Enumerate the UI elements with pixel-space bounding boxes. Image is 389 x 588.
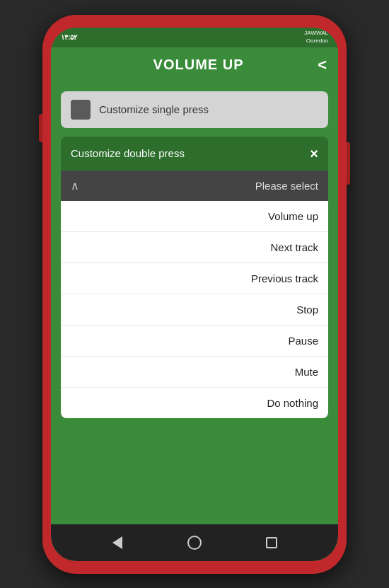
dropdown-list: Volume up Next track Previous track Stop… (61, 201, 328, 418)
list-item[interactable]: Previous track (61, 263, 328, 294)
home-circle-icon (187, 536, 202, 550)
nav-recent-button[interactable] (259, 530, 284, 555)
nav-bar (51, 524, 338, 561)
page-title: VOLUME UP (79, 57, 318, 73)
close-button[interactable]: × (310, 146, 318, 161)
list-item[interactable]: Do nothing (61, 388, 328, 418)
double-press-label: Customize double press (71, 147, 185, 159)
nav-home-button[interactable] (182, 530, 207, 555)
back-button[interactable]: < (318, 56, 327, 74)
single-press-row[interactable]: Customize single press (61, 91, 328, 128)
list-item[interactable]: Volume up (61, 201, 328, 232)
list-item[interactable]: Stop (61, 294, 328, 325)
status-icons: JAWWAL Ooredoo (304, 30, 328, 45)
list-item[interactable]: Pause (61, 325, 328, 357)
single-press-checkbox[interactable] (71, 100, 91, 120)
list-item[interactable]: Mute (61, 357, 328, 388)
list-item[interactable]: Next track (61, 232, 328, 263)
single-press-label: Customize single press (99, 103, 209, 115)
double-press-container: Customize double press × ∧ Please select… (61, 137, 328, 418)
double-press-header: Customize double press × (61, 137, 328, 171)
back-arrow-icon (112, 536, 122, 549)
status-bar: ۱۴:۵۲ JAWWAL Ooredoo (51, 28, 338, 47)
app-header: VOLUME UP < (51, 47, 338, 83)
chevron-up-icon: ∧ (71, 179, 79, 192)
recent-square-icon (266, 537, 277, 548)
dropdown-header[interactable]: ∧ Please select (61, 171, 328, 201)
nav-back-button[interactable] (105, 530, 130, 555)
status-carrier: JAWWAL Ooredoo (304, 30, 328, 45)
dropdown-placeholder: Please select (255, 180, 318, 192)
phone-frame: ۱۴:۵۲ JAWWAL Ooredoo VOLUME UP < Customi… (42, 15, 347, 574)
main-content: Customize single press Customize double … (51, 83, 338, 524)
phone-screen: ۱۴:۵۲ JAWWAL Ooredoo VOLUME UP < Customi… (51, 28, 338, 561)
status-time: ۱۴:۵۲ (61, 33, 77, 41)
